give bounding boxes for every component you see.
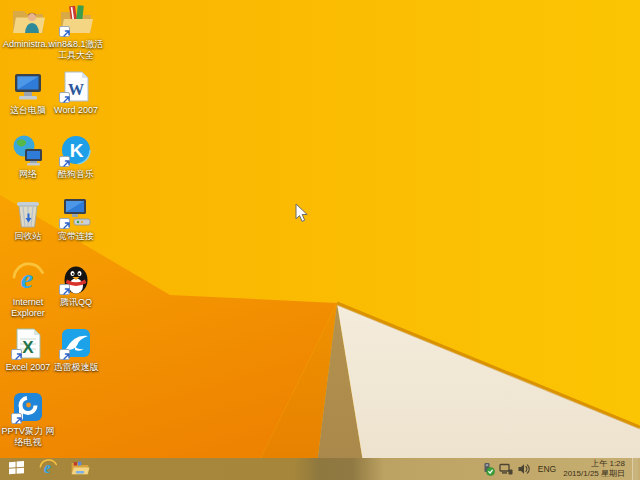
shortcut-arrow-icon — [59, 284, 70, 295]
desktop-icon-label: 酷狗音乐 — [48, 169, 104, 180]
internet-explorer-icon: e — [11, 262, 45, 295]
desktop-icon-tencent-qq[interactable]: 腾讯QQ — [48, 262, 104, 308]
shortcut-arrow-icon — [11, 413, 22, 424]
svg-text:X: X — [22, 338, 34, 357]
internet-explorer-icon: e — [38, 458, 58, 480]
desktop-icon-word-2007[interactable]: W Word 2007 — [48, 70, 104, 116]
show-desktop-button[interactable] — [632, 458, 638, 480]
file-explorer-icon — [70, 459, 90, 480]
network-globe-icon — [11, 134, 45, 167]
volume-icon[interactable] — [517, 462, 531, 476]
shortcut-arrow-icon — [59, 349, 70, 360]
desktop-icon-label: 迅雷极速版 — [48, 362, 104, 373]
computer-icon — [11, 70, 45, 103]
shortcut-arrow-icon — [59, 218, 70, 229]
desktop-icon-pptv[interactable]: PPTV聚力 网络电视 — [0, 391, 56, 448]
mouse-cursor — [295, 203, 309, 223]
desktop-icon-broadband-connection[interactable]: 宽带连接 — [48, 196, 104, 242]
recycle-bin-icon — [11, 196, 45, 229]
desktop-icon-label: Word 2007 — [48, 105, 104, 116]
shortcut-arrow-icon — [11, 349, 22, 360]
desktop-icon-label: PPTV聚力 网络电视 — [0, 426, 56, 448]
desktop-icon-kugou-music[interactable]: K 酷狗音乐 — [48, 134, 104, 180]
clock-date: 2015/1/25 星期日 — [563, 469, 625, 479]
svg-text:e: e — [21, 263, 33, 294]
system-tray: ENG 上午 1:28 2015/1/25 星期日 — [481, 458, 640, 480]
windows-start-icon — [8, 460, 25, 478]
desktop-icon-label: win8&8.1激活工具大全 — [48, 39, 104, 61]
usb-safely-remove-icon[interactable] — [481, 462, 495, 476]
svg-text:e: e — [44, 459, 51, 476]
user-folder-icon — [11, 4, 45, 37]
taskbar-ie-button[interactable]: e — [32, 458, 64, 480]
clock-time: 上午 1:28 — [563, 459, 625, 469]
shortcut-arrow-icon — [59, 156, 70, 167]
shortcut-arrow-icon — [59, 92, 70, 103]
desktop-icon-label: 宽带连接 — [48, 231, 104, 242]
desktop-surface[interactable]: Administra... win8&8.1激活工具大全 这台电脑 W Word… — [0, 0, 640, 480]
start-button[interactable] — [0, 458, 32, 480]
clock[interactable]: 上午 1:28 2015/1/25 星期日 — [563, 459, 628, 479]
network-status-icon[interactable] — [499, 462, 513, 476]
language-indicator[interactable]: ENG — [535, 464, 559, 474]
taskbar-explorer-button[interactable] — [64, 458, 96, 480]
taskbar: e — [0, 458, 640, 480]
desktop-icon-label: 腾讯QQ — [48, 297, 104, 308]
desktop-icon-xunlei-speed[interactable]: 迅雷极速版 — [48, 327, 104, 373]
shortcut-arrow-icon — [59, 26, 70, 37]
desktop-icon-win8-activation-tools[interactable]: win8&8.1激活工具大全 — [48, 4, 104, 61]
